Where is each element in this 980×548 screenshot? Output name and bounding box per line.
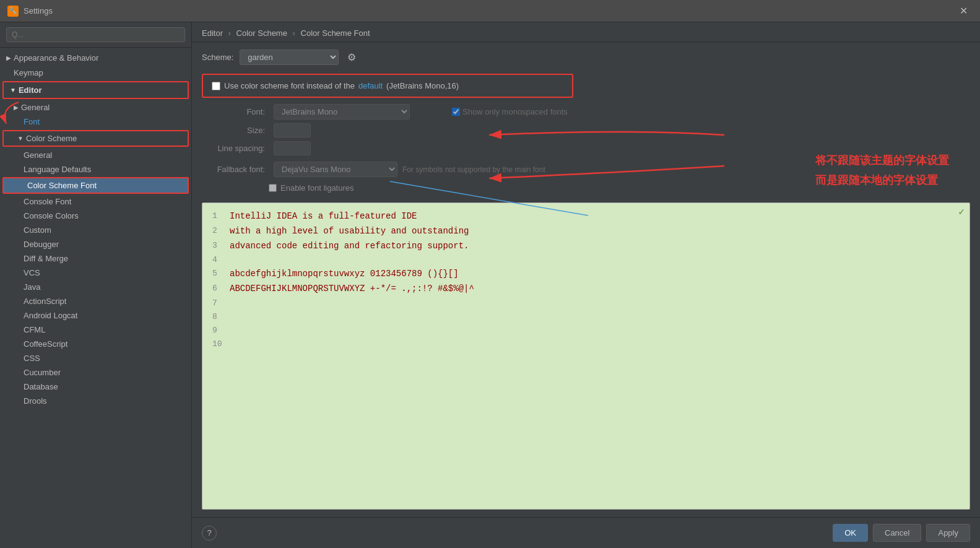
sidebar-label: Java [24, 282, 40, 292]
app-icon: 🔧 [7, 6, 19, 17]
right-panel: Editor › Color Scheme › Color Scheme Fon… [192, 22, 980, 548]
sidebar-label: Editor [19, 85, 42, 95]
line-spacing-label: Line spacing: [207, 144, 269, 153]
preview-line-6: 6 ABCDEFGHIJKLMNOPQRSTUVWXYZ +-*/= .,;:!… [212, 282, 960, 297]
apply-button[interactable]: Apply [926, 524, 970, 542]
titlebar: 🔧 Settings ✕ [0, 0, 980, 22]
sidebar-item-color-scheme[interactable]: ▼ Color Scheme [2, 130, 189, 147]
line-num: 3 [212, 239, 222, 254]
sidebar-item-editor[interactable]: ▼ Editor [2, 81, 189, 99]
sidebar-item-custom[interactable]: Custom [0, 223, 191, 237]
preview-line-1: 1 IntelliJ IDEA is a full-featured IDE [212, 209, 960, 224]
sidebar-item-coffeescript[interactable]: CoffeeScript [0, 337, 191, 351]
size-input[interactable]: 16 [274, 123, 311, 137]
line-num: 7 [212, 297, 222, 310]
font-label: Font: [207, 107, 269, 116]
bottom-bar: ? OK Cancel Apply [192, 517, 980, 548]
sidebar-item-drools[interactable]: Drools [0, 394, 191, 408]
main-layout: ▶ Appearance & Behavior Keymap ▼ Editor … [0, 22, 980, 548]
line-num: 9 [212, 324, 222, 337]
use-scheme-font-checkbox[interactable] [212, 82, 220, 90]
sidebar-item-android-logcat[interactable]: Android Logcat [0, 308, 191, 323]
line-num: 4 [212, 253, 222, 267]
line-text: with a high level of usability and outst… [230, 224, 469, 239]
line-text: abcdefghijklmnopqrstuvwxyz 0123456789 ()… [230, 267, 459, 282]
sidebar-label: VCS [24, 268, 40, 277]
sidebar-item-lang-defaults[interactable]: Language Defaults [0, 162, 191, 176]
breadcrumb-part2: Color Scheme [236, 28, 287, 38]
arrow-icon: ▼ [17, 135, 24, 142]
sidebar-item-appearance-behavior[interactable]: ▶ Appearance & Behavior [0, 50, 191, 66]
font-settings: Font: JetBrains Mono Show only monospace… [202, 104, 970, 155]
sidebar-label: Custom [24, 225, 51, 235]
sidebar-label: Diff & Merge [24, 254, 68, 263]
sidebar-label: Keymap [14, 68, 43, 77]
line-text: advanced code editing and refactoring su… [230, 239, 469, 254]
sidebar-label: Cucumber [24, 368, 61, 377]
arrow-icon: ▶ [14, 104, 19, 111]
breadcrumb-part1: Editor [202, 28, 223, 38]
search-input[interactable] [6, 27, 185, 42]
show-mono-checkbox[interactable] [452, 108, 460, 116]
sidebar-item-vcs[interactable]: VCS [0, 266, 191, 280]
preview-area: ✓ 1 IntelliJ IDEA is a full-featured IDE… [202, 202, 970, 510]
sidebar-item-general[interactable]: ▶ General [0, 100, 191, 115]
sidebar-item-database[interactable]: Database [0, 380, 191, 394]
sidebar-label: Language Defaults [24, 165, 91, 174]
sidebar-item-keymap[interactable]: Keymap [0, 66, 191, 80]
right-inner: Scheme: garden ⚙ Use color scheme font i… [192, 42, 980, 517]
sidebar-label: Color Scheme [26, 134, 77, 143]
default-link[interactable]: default [358, 81, 383, 90]
line-num: 5 [212, 267, 222, 282]
close-button[interactable]: ✕ [955, 2, 973, 19]
sidebar-item-diff-merge[interactable]: Diff & Merge [0, 251, 191, 266]
sidebar-item-cfml[interactable]: CFML [0, 323, 191, 337]
checkbox-label: Use color scheme font instead of the [224, 81, 355, 90]
settings-window: 🔧 Settings ✕ ▶ Appearance & Behavior Key… [0, 0, 980, 548]
breadcrumb-part3: Color Scheme Font [301, 28, 370, 38]
content-area: Scheme: garden ⚙ Use color scheme font i… [192, 42, 980, 517]
window-title: Settings [24, 6, 955, 15]
scheme-row: Scheme: garden ⚙ [202, 50, 970, 65]
fallback-font-row: Fallback font: DejaVu Sans Mono For symb… [202, 162, 970, 177]
sidebar-tree: ▶ Appearance & Behavior Keymap ▼ Editor … [0, 48, 191, 548]
ligatures-checkbox[interactable] [269, 184, 277, 192]
arrow-icon: ▶ [6, 54, 11, 61]
line-text: ABCDEFGHIJKLMNOPQRSTUVWXYZ +-*/= .,;:!? … [230, 282, 474, 297]
ok-button[interactable]: OK [833, 524, 868, 542]
sidebar-item-java[interactable]: Java [0, 280, 191, 294]
preview-line-2: 2 with a high level of usability and out… [212, 224, 960, 239]
line-num: 1 [212, 209, 222, 224]
sidebar-item-debugger[interactable]: Debugger [0, 237, 191, 251]
ligatures-label: Enable font ligatures [280, 183, 354, 193]
line-spacing-input[interactable]: 1.0 [274, 141, 311, 155]
sidebar-item-font[interactable]: Font [0, 115, 191, 129]
use-scheme-font-panel: Use color scheme font instead of the def… [202, 74, 573, 98]
scheme-select[interactable]: garden [240, 50, 339, 65]
sidebar-item-css[interactable]: CSS [0, 351, 191, 365]
sidebar-item-console-font[interactable]: Console Font [0, 194, 191, 209]
fallback-font-select[interactable]: DejaVu Sans Mono [274, 162, 397, 177]
preview-line-9: 9 [212, 324, 960, 337]
sidebar-label: General [21, 103, 50, 112]
search-box [0, 22, 191, 48]
scheme-label: Scheme: [202, 53, 233, 62]
sidebar-label: Android Logcat [24, 311, 77, 320]
preview-line-7: 7 [212, 297, 960, 310]
sidebar-item-cucumber[interactable]: Cucumber [0, 365, 191, 380]
help-button[interactable]: ? [202, 526, 217, 541]
sidebar-item-actionscript[interactable]: ActionScript [0, 294, 191, 308]
sidebar-label: CSS [24, 354, 40, 363]
sidebar-item-console-colors[interactable]: Console Colors [0, 209, 191, 223]
sidebar-item-cs-general[interactable]: General [0, 148, 191, 162]
sidebar-item-cs-font[interactable]: Color Scheme Font [2, 177, 189, 194]
gear-button[interactable]: ⚙ [345, 50, 358, 64]
arrow-icon: ▼ [10, 87, 16, 94]
cancel-button[interactable]: Cancel [873, 524, 921, 542]
sidebar-label: Color Scheme Font [27, 181, 97, 190]
font-select[interactable]: JetBrains Mono [274, 104, 410, 120]
preview-line-3: 3 advanced code editing and refactoring … [212, 239, 960, 254]
line-text: IntelliJ IDEA is a full-featured IDE [230, 209, 417, 224]
sep1: › [228, 28, 231, 38]
line-num: 2 [212, 224, 222, 239]
